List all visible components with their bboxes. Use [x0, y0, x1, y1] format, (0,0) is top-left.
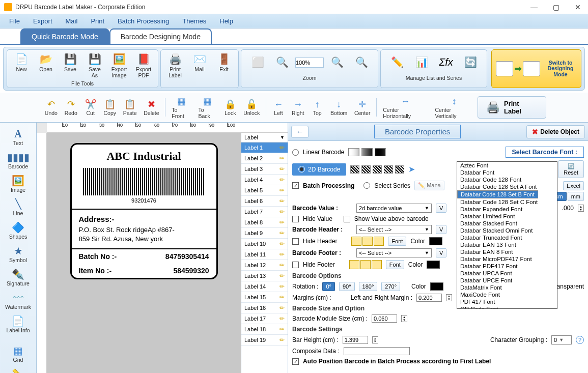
menu-file[interactable]: File [3, 15, 26, 27]
rot-90-button[interactable]: 90° [339, 282, 355, 291]
footer-align-left[interactable] [349, 260, 359, 269]
paste-button[interactable]: 📋Paste [120, 98, 140, 117]
font-option[interactable]: MaxiCode Font [457, 291, 557, 298]
pencil-icon[interactable]: ✏ [279, 155, 285, 162]
chk-hide-value[interactable] [292, 216, 299, 222]
font-option[interactable]: DataMatrix Font [457, 284, 557, 291]
font-option[interactable]: QR Code Font [457, 305, 557, 309]
font-option[interactable]: Databar Stacked Font [457, 220, 557, 227]
zoom-fit-button[interactable]: ⬜ [246, 54, 269, 71]
chk-hide-footer[interactable] [292, 262, 299, 268]
bar-height-input[interactable] [343, 336, 368, 344]
composite-input[interactable] [344, 347, 410, 355]
pencil-icon[interactable]: ✏ [279, 229, 285, 237]
label-list-item[interactable]: Label 16✏ [241, 303, 288, 313]
menu-print[interactable]: Print [85, 15, 110, 27]
pencil-icon[interactable]: ✏ [279, 272, 285, 279]
copy-button[interactable]: 📋Copy [101, 98, 119, 117]
value-v-button[interactable]: V [436, 204, 446, 213]
open-button[interactable]: 📂Open [35, 51, 57, 74]
tool-ruler[interactable]: 📏Ruler [0, 366, 36, 373]
font-option[interactable]: Databar Font [457, 169, 557, 176]
formula-button[interactable]: Σfx [435, 54, 457, 71]
label-list-item[interactable]: Label 4✏ [241, 175, 288, 185]
menu-mail[interactable]: Mail [60, 15, 84, 27]
pencil-icon[interactable]: ✏ [279, 315, 285, 322]
back-button[interactable]: ← [291, 126, 309, 138]
chevron-down-icon[interactable]: ▼ [280, 135, 285, 140]
align-bottom-button[interactable]: ↓Bottom [327, 98, 350, 117]
pencil-icon[interactable]: ✏ [279, 294, 285, 301]
tool-symbol[interactable]: ★Symbol [0, 243, 36, 265]
tool-watermark[interactable]: 〰Watermark [0, 290, 36, 312]
font-option[interactable]: Databar EAN 13 Font [457, 241, 557, 248]
manage-series-button[interactable]: ✏️ Mana [414, 181, 444, 190]
zoom-input[interactable] [295, 58, 324, 68]
pencil-icon[interactable]: ✏ [279, 283, 285, 290]
rot-0-button[interactable]: 0° [322, 282, 335, 291]
switch-mode-button[interactable]: ➡ Switch to Designing Mode [491, 49, 581, 88]
label-list-item[interactable]: Label 17✏ [241, 313, 288, 324]
print-label-big-button[interactable]: 🖨️ Print Label [478, 96, 546, 119]
tab-quick-mode[interactable]: Quick Barcode Mode [20, 28, 109, 44]
font-option[interactable]: Aztec Font [457, 162, 557, 169]
redo-button[interactable]: ↷Redo [62, 98, 80, 117]
chk-batch-processing[interactable] [292, 182, 299, 189]
chk-auto-position[interactable] [292, 358, 299, 365]
align-center-btn[interactable] [362, 237, 373, 246]
header-color-swatch[interactable] [429, 237, 442, 245]
export-image-button[interactable]: 🖼️Export Image [108, 51, 130, 79]
tool-text[interactable]: AText [0, 126, 36, 148]
label-list-item[interactable]: Label 3✏ [241, 164, 288, 175]
unlock-button[interactable]: 🔓Unlock [240, 98, 263, 117]
header-v-button[interactable]: V [436, 225, 446, 234]
pencil-icon[interactable]: ✏ [279, 144, 285, 151]
pencil-icon[interactable]: ✏ [279, 176, 285, 183]
spinner[interactable]: ▲▼ [446, 294, 452, 301]
menu-help[interactable]: Help [213, 15, 239, 27]
spinner[interactable]: ▲▼ [372, 336, 378, 343]
footer-align-center[interactable] [360, 260, 371, 269]
align-left-button[interactable]: ←Left [269, 98, 288, 117]
align-center-button[interactable]: ✛Center [351, 98, 373, 117]
barcode-value-input[interactable]: 2d barcode value▼ [356, 204, 432, 213]
to-front-button[interactable]: ▦To Front [169, 95, 194, 120]
pencil-icon[interactable]: ✏ [279, 326, 285, 333]
pencil-icon[interactable]: ✏ [279, 304, 285, 311]
font-option[interactable]: Databar EAN 8 Font [457, 248, 557, 255]
rot-270-button[interactable]: 270° [381, 282, 400, 291]
refresh-button[interactable]: 🔄 [459, 54, 482, 71]
radio-2d-box[interactable]: 2D Barcode [292, 163, 346, 176]
font-option[interactable]: Databar Expanded Font [457, 206, 557, 213]
label-list-item[interactable]: Label 8✏ [241, 217, 288, 228]
menu-batch[interactable]: Batch Processing [111, 15, 175, 27]
exit-button[interactable]: 🚪Exit [213, 51, 235, 74]
label-list-item[interactable]: Label 10✏ [241, 239, 288, 249]
footer-select[interactable]: <-- Select -->▼ [356, 248, 432, 257]
help-icon[interactable]: ? [576, 336, 584, 344]
pencil-icon[interactable]: ✏ [279, 208, 285, 215]
new-button[interactable]: 📄New [10, 51, 33, 74]
align-right-btn[interactable] [374, 237, 384, 246]
font-option[interactable]: Databar Stacked Omni Font [457, 227, 557, 234]
font-option[interactable]: PDF417 Font [457, 298, 557, 305]
font-dropdown[interactable]: Aztec FontDatabar FontDatabar Code 128 F… [457, 161, 557, 309]
zoom-out-button[interactable]: 🔍 [350, 54, 373, 71]
label-list-item[interactable]: Label 5✏ [241, 185, 288, 196]
zoom-actual-button[interactable]: 🔍 [271, 54, 293, 71]
font-option[interactable]: Databar Code 128 Set B Font [457, 190, 538, 198]
chk-hide-header[interactable] [292, 238, 299, 245]
label-list-item[interactable]: Label 19✏ [241, 335, 288, 346]
footer-color-swatch[interactable] [427, 261, 440, 269]
pencil-icon[interactable]: ✏ [279, 251, 285, 258]
close-button[interactable]: ✕ [572, 3, 584, 11]
tool-line[interactable]: ╲Line [0, 196, 36, 218]
pencil-icon[interactable]: ✏ [279, 262, 285, 269]
radio-select-series[interactable] [363, 182, 370, 189]
align-right-button[interactable]: →Right [289, 98, 307, 117]
rot-180-button[interactable]: 180° [359, 282, 378, 291]
maximize-button[interactable]: ▢ [550, 3, 563, 11]
label-list-item[interactable]: Label 15✏ [241, 292, 288, 303]
delete-object-button[interactable]: ✖Delete Object [526, 125, 585, 138]
label-list-item[interactable]: Label 9✏ [241, 228, 288, 239]
